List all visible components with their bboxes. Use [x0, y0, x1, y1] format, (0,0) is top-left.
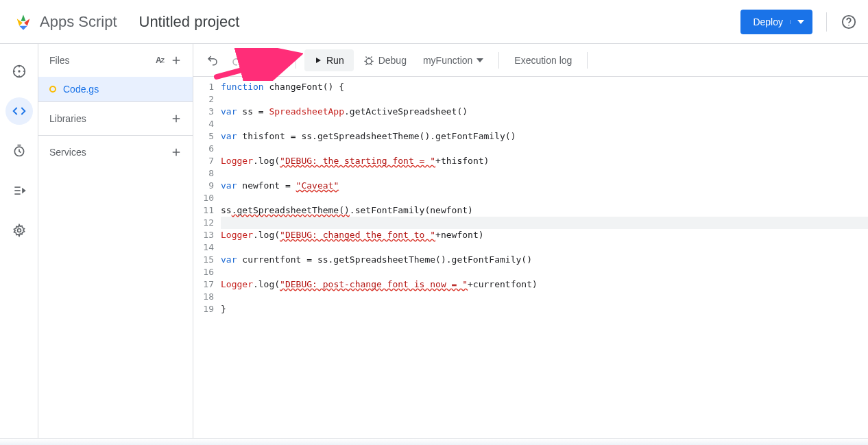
bug-icon: [363, 55, 374, 66]
svg-point-1: [848, 25, 849, 25]
deploy-label: Deploy: [753, 16, 783, 27]
add-service-icon[interactable]: [168, 144, 184, 160]
divider: [256, 52, 257, 69]
divider: [498, 52, 499, 69]
debug-label: Debug: [378, 55, 407, 66]
editor-area: Run Debug myFunction Execution log 12345…: [193, 44, 868, 445]
code-line[interactable]: [221, 266, 868, 278]
taskbar-hint: [0, 438, 868, 445]
code-content[interactable]: function changeFont() {var ss = Spreadsh…: [221, 81, 868, 445]
code-line[interactable]: [221, 143, 868, 155]
file-status-icon: [49, 86, 56, 93]
save-button[interactable]: [265, 49, 287, 71]
files-header: Files AZ: [38, 44, 193, 77]
code-line[interactable]: [221, 241, 868, 254]
apps-script-logo-icon: [14, 12, 33, 32]
code-line[interactable]: [221, 217, 868, 229]
rail-editor[interactable]: [5, 97, 33, 125]
execution-log-label: Execution log: [514, 55, 572, 66]
code-line[interactable]: [221, 291, 868, 303]
help-icon[interactable]: [841, 14, 857, 30]
chevron-down-icon: [477, 58, 483, 62]
deploy-caret-icon: [790, 20, 804, 24]
svg-point-5: [17, 229, 21, 232]
undo-button[interactable]: [202, 49, 224, 71]
libraries-label: Libraries: [49, 113, 86, 124]
rail-settings[interactable]: [5, 217, 33, 244]
code-line[interactable]: function changeFont() {: [221, 81, 868, 93]
debug-button[interactable]: Debug: [357, 49, 413, 71]
files-label: Files: [49, 55, 70, 66]
deploy-button[interactable]: Deploy: [740, 10, 812, 34]
svg-point-6: [366, 58, 372, 64]
code-line[interactable]: [221, 93, 868, 106]
code-line[interactable]: }: [221, 303, 868, 315]
code-editor[interactable]: 12345678910111213141516171819 function c…: [193, 77, 868, 445]
play-icon: [314, 56, 322, 64]
code-line[interactable]: [221, 192, 868, 204]
code-line[interactable]: ss.getSpreadsheetTheme().setFontFamily(n…: [221, 204, 868, 217]
divider: [826, 12, 827, 32]
code-line[interactable]: Logger.log("DEBUG: post-change font is n…: [221, 278, 868, 291]
nav-rail: [0, 44, 38, 445]
code-line[interactable]: Logger.log("DEBUG: changed the font to "…: [221, 229, 868, 241]
code-line[interactable]: var thisfont = ss.getSpreadsheetTheme().…: [221, 130, 868, 143]
function-selector[interactable]: myFunction: [416, 49, 490, 71]
svg-point-3: [19, 71, 20, 72]
redo-button[interactable]: [226, 49, 248, 71]
file-item-code-gs[interactable]: Code.gs: [38, 77, 193, 101]
divider: [587, 52, 588, 69]
line-gutter: 12345678910111213141516171819: [193, 81, 221, 445]
code-line[interactable]: Logger.log("DEBUG: the starting font = "…: [221, 155, 868, 167]
app-header: Apps Script Untitled project Deploy: [0, 0, 868, 44]
file-name: Code.gs: [63, 84, 99, 95]
files-panel: Files AZ Code.gs Libraries: [38, 44, 193, 445]
run-label: Run: [326, 55, 344, 66]
divider: [296, 52, 296, 69]
code-line[interactable]: var currentfont = ss.getSpreadsheetTheme…: [221, 254, 868, 266]
project-title[interactable]: Untitled project: [139, 13, 240, 31]
header-actions: Deploy: [740, 10, 857, 34]
editor-toolbar: Run Debug myFunction Execution log: [193, 44, 868, 77]
services-label: Services: [49, 147, 86, 158]
code-line[interactable]: var newfont = "Caveat": [221, 180, 868, 192]
rail-triggers[interactable]: [5, 137, 33, 165]
app-name: Apps Script: [40, 13, 117, 31]
code-line[interactable]: [221, 167, 868, 180]
code-line[interactable]: var ss = SpreadsheetApp.getActiveSpreads…: [221, 106, 868, 118]
logo[interactable]: Apps Script: [14, 12, 117, 32]
main-area: Files AZ Code.gs Libraries: [0, 44, 868, 445]
execution-log-button[interactable]: Execution log: [507, 49, 579, 71]
code-line[interactable]: [221, 118, 868, 130]
sort-icon[interactable]: AZ: [152, 52, 168, 69]
libraries-header: Libraries: [38, 102, 193, 135]
rail-executions[interactable]: [5, 177, 33, 204]
function-selector-label: myFunction: [423, 55, 472, 66]
rail-overview[interactable]: [5, 58, 33, 85]
add-file-icon[interactable]: [168, 52, 184, 69]
run-button[interactable]: Run: [304, 49, 354, 71]
add-library-icon[interactable]: [168, 110, 184, 127]
services-header: Services: [38, 136, 193, 169]
